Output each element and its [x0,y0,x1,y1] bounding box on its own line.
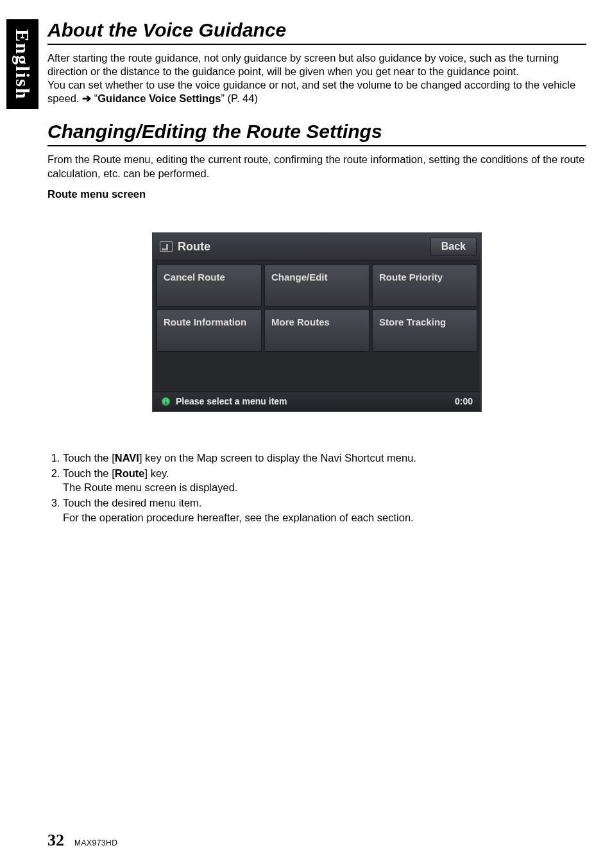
section1-para1: After starting the route guidance, not o… [47,51,586,78]
route-icon [160,241,173,252]
language-tab: English [6,19,38,109]
section1-bold-ref: Guidance Voice Settings [98,92,221,104]
step-2-bold: Route [115,467,145,479]
section1-title: About the Voice Guidance [47,19,586,45]
route-menu-screenshot: Route Back Cancel Route Change/Edit Rout… [152,232,482,412]
step-1-pre: Touch the [ [63,452,115,464]
tile-route-information[interactable]: Route Information [157,309,262,352]
step-2-sub: The Route menu screen is displayed. [63,480,586,494]
back-button[interactable]: Back [430,238,477,256]
tile-change-edit[interactable]: Change/Edit [264,265,370,307]
device-header: Route Back [153,234,480,261]
section2-para: From the Route menu, editing the current… [47,153,586,180]
route-menu-subhead: Route menu screen [47,188,586,200]
tile-route-priority[interactable]: Route Priority [372,265,477,307]
device-title: Route [178,240,210,254]
section2-title: Changing/Editing the Route Settings [47,121,586,146]
page-number: 32 [47,831,64,850]
page-footer: 32 MAX973HD [47,831,117,850]
step-1: Touch the [NAVI] key on the Map screen t… [63,451,586,465]
step-3: Touch the desired menu item. For the ope… [63,496,586,525]
section1-quote-open: “ [91,92,98,104]
language-tab-label: English [12,29,33,100]
section1-quote-close: ” (P. 44) [221,92,257,104]
device-footer-msg: Please select a menu item [176,396,287,406]
device-grid: Cancel Route Change/Edit Route Priority … [153,261,480,354]
step-2: Touch the [Route] key. The Route menu sc… [63,466,586,495]
device-footer: Please select a menu item 0:00 [153,392,480,411]
steps-list: Touch the [NAVI] key on the Map screen t… [47,451,586,525]
tile-cancel-route[interactable]: Cancel Route [157,265,262,307]
step-1-bold: NAVI [115,452,139,464]
tile-store-tracking[interactable]: Store Tracking [372,309,477,352]
device-footer-time: 0:00 [455,396,473,406]
tile-more-routes[interactable]: More Routes [264,309,370,352]
section1-para2: You can set whether to use the voice gui… [47,78,586,105]
device-spacer [153,354,480,392]
step-2-post: ] key. [144,467,169,479]
info-icon [161,397,171,406]
model-number: MAX973HD [74,838,117,847]
step-3-line2: For the operation procedure hereafter, s… [63,510,586,525]
arrow-icon: ➔ [82,92,91,104]
step-2-pre: Touch the [ [63,467,115,479]
step-3-line1: Touch the desired menu item. [63,497,201,508]
step-1-post: ] key on the Map screen to display the N… [139,452,416,464]
